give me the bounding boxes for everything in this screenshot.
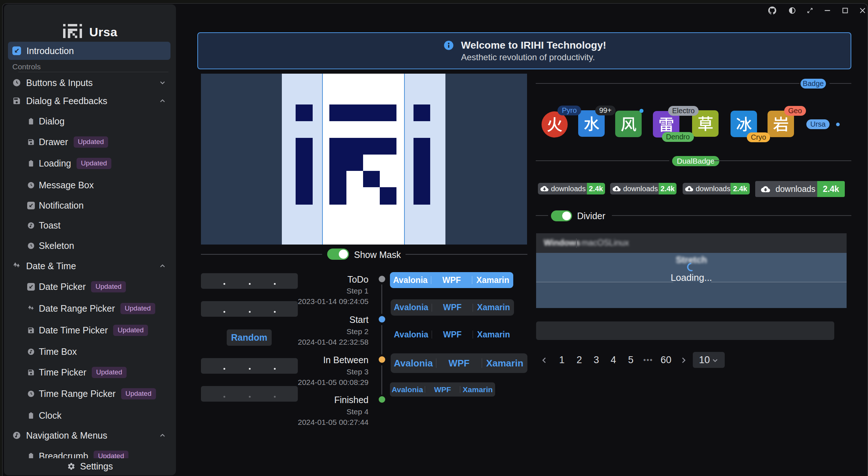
divider-toggle[interactable] [551, 210, 572, 221]
sidebar-item-skeleton[interactable]: Skeleton [4, 238, 176, 254]
sidebar: Ursa Introduction Controls Buttons & Inp… [4, 4, 176, 475]
floppy-icon [12, 97, 21, 105]
timeline-step: Step 4 [346, 407, 369, 416]
tab-macos[interactable]: macOS [581, 238, 609, 248]
sidebar-item-date-range-picker[interactable]: Date Range PickerUpdated [4, 300, 176, 316]
water-glyph [584, 116, 600, 132]
menu-label: Date & Time [26, 261, 76, 271]
sidebar-item-loading[interactable]: LoadingUpdated [4, 155, 176, 171]
chevron-up-icon [159, 97, 166, 105]
tab-windows[interactable]: Windows [544, 238, 580, 248]
avalonia-button[interactable]: Avalonia [390, 385, 425, 394]
fullscreen-icon[interactable] [806, 7, 814, 14]
button-group-borderless[interactable]: Avalonia WPF Xamarin [391, 327, 514, 342]
timeline-connector [381, 325, 382, 354]
loading-spinner [687, 262, 696, 272]
timeline-dot-start [379, 316, 385, 323]
button-group-dark[interactable]: Avalonia WPF Xamarin [391, 299, 514, 316]
updated-badge: Updated [92, 367, 127, 378]
sidebar-item-drawer[interactable]: DrawerUpdated [4, 134, 176, 150]
xamarin-button[interactable]: Xamarin [473, 330, 514, 340]
wpf-button[interactable]: WPF [425, 385, 460, 394]
sidebar-item-message-box[interactable]: Message Box [4, 177, 176, 193]
xamarin-button[interactable]: Xamarin [460, 385, 495, 394]
sidebar-item-time-picker[interactable]: Time PickerUpdated [4, 364, 176, 380]
divider-label: Divider [577, 211, 605, 221]
close-icon[interactable] [859, 7, 867, 15]
wpf-button[interactable]: WPF [431, 275, 472, 285]
note-icon [12, 431, 21, 440]
sidebar-group-buttons-inputs[interactable]: Buttons & Inputs [4, 75, 176, 91]
sidebar-group-dialog-feedbacks[interactable]: Dialog & Feedbacks [4, 93, 176, 109]
maximize-icon[interactable] [841, 7, 849, 15]
minimize-icon[interactable] [823, 7, 831, 15]
prev-page-icon[interactable] [541, 357, 548, 364]
sidebar-item-introduction[interactable]: Introduction [8, 42, 170, 60]
badge-99plus: 99+ [595, 106, 616, 115]
ice-glyph [736, 116, 752, 132]
updated-badge: Updated [121, 388, 156, 399]
dualbadge-value: 2.4k [659, 183, 676, 194]
theme-toggle-icon[interactable] [789, 7, 796, 14]
empty-input[interactable] [536, 321, 834, 340]
github-icon[interactable] [768, 7, 776, 15]
page-4[interactable]: 4 [605, 353, 621, 367]
xamarin-button[interactable]: Xamarin [482, 358, 527, 369]
sidebar-item-time-box[interactable]: Time Box [4, 344, 176, 360]
arrow-square-icon [27, 283, 35, 291]
page-2[interactable]: 2 [571, 353, 587, 367]
sidebar-settings[interactable]: Settings [4, 458, 176, 474]
timeline-date: 2023-01-14 09:24:05 [298, 297, 369, 306]
wpf-button[interactable]: WPF [436, 358, 482, 369]
show-mask-toggle[interactable] [327, 249, 349, 260]
sidebar-item-notification[interactable]: Notification [4, 197, 176, 213]
wpf-button[interactable]: WPF [432, 330, 473, 340]
page-1[interactable]: 1 [554, 353, 570, 367]
dualbadge-downloads-large: downloads 2.4k [755, 181, 845, 197]
date-picker-input-disabled [201, 386, 298, 402]
avalonia-button[interactable]: Avalonia [390, 275, 431, 285]
timeline-title: Start [349, 315, 369, 325]
cloud-download-icon [613, 185, 621, 193]
sidebar-item-toast[interactable]: Toast [4, 217, 176, 233]
date-picker-input[interactable] [201, 301, 298, 317]
xamarin-button[interactable]: Xamarin [473, 303, 514, 312]
sidebar-divider [18, 72, 168, 72]
page-ellipsis[interactable]: ••• [640, 353, 656, 367]
button-group-large[interactable]: Avalonia WPF Xamarin [391, 353, 527, 373]
grass-glyph [698, 116, 713, 132]
date-picker-input[interactable] [201, 273, 298, 289]
avalonia-button[interactable]: Avalonia [391, 303, 432, 312]
sidebar-item-label: Introduction [26, 46, 74, 56]
xamarin-button[interactable]: Xamarin [472, 275, 513, 285]
random-button[interactable]: Random [227, 329, 272, 346]
sidebar-item-dialog[interactable]: Dialog [4, 113, 176, 129]
sidebar-item-clock[interactable]: Clock [4, 407, 176, 423]
avalonia-button[interactable]: Avalonia [391, 330, 432, 340]
sidebar-item-time-range-picker[interactable]: Time Range PickerUpdated [4, 386, 176, 402]
page-3[interactable]: 3 [588, 353, 604, 367]
sidebar-group-date-time[interactable]: Date & Time [4, 258, 176, 274]
sidebar-item-breadcrumb[interactable]: BreadcrumbUpdated [4, 448, 176, 458]
badge-avatar-wind [615, 111, 642, 137]
sidebar-item-date-picker[interactable]: Date PickerUpdated [4, 279, 176, 295]
cloud-download-icon [761, 185, 770, 194]
updated-badge: Updated [113, 325, 148, 336]
page-5[interactable]: 5 [623, 353, 639, 367]
button-group-small[interactable]: Avalonia WPF Xamarin [390, 382, 495, 397]
page-size-select[interactable]: 10 [693, 352, 725, 368]
menu-label: Date Range Picker [39, 303, 115, 314]
button-group-solid[interactable]: Avalonia WPF Xamarin [390, 272, 513, 288]
divider-line [536, 160, 669, 161]
avalonia-button[interactable]: Avalonia [391, 358, 436, 369]
tab-linux[interactable]: Linux [609, 238, 629, 248]
sidebar-group-navigation-menus[interactable]: Navigation & Menus [4, 427, 176, 443]
menu-label: Navigation & Menus [26, 430, 107, 441]
date-picker-input[interactable] [201, 358, 298, 374]
sidebar-section-label: Controls [12, 62, 41, 71]
sidebar-item-date-time-picker[interactable]: Date Time PickerUpdated [4, 322, 176, 338]
page-60[interactable]: 60 [658, 353, 674, 367]
wpf-button[interactable]: WPF [432, 303, 473, 312]
next-page-icon[interactable] [680, 357, 687, 364]
dualbadge-downloads: downloads 2.4k [683, 183, 750, 194]
